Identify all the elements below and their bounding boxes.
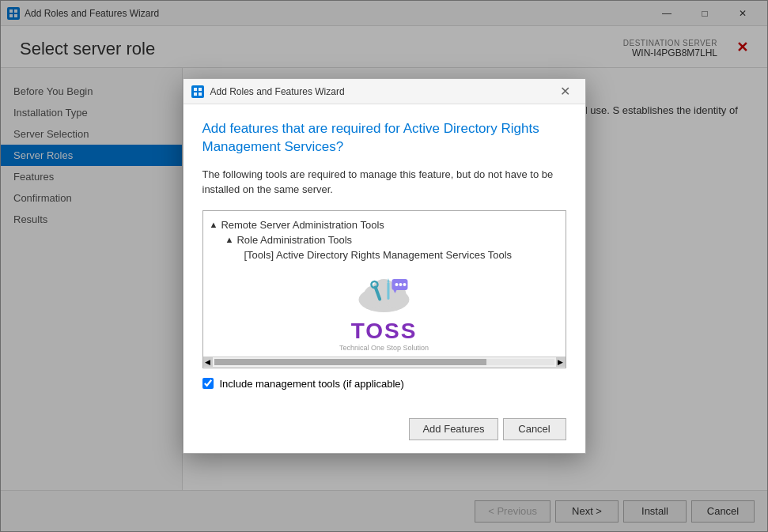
tree-label-2: [Tools] Active Directory Rights Manageme…: [244, 249, 513, 261]
svg-rect-4: [194, 88, 197, 91]
tree-item-2: [Tools] Active Directory Rights Manageme…: [206, 247, 562, 262]
svg-rect-14: [387, 282, 389, 300]
dialog: Add Roles and Features Wizard ✕ Add feat…: [183, 78, 586, 453]
scroll-right-btn[interactable]: ▶: [556, 357, 566, 367]
tree-arrow-0: ▲: [210, 220, 218, 229]
dialog-heading: Add features that are required for Activ…: [202, 120, 566, 155]
toss-watermark: TOSS Technical One Stop Solution: [339, 268, 429, 352]
svg-point-18: [395, 283, 398, 286]
tree-item-1: ▲ Role Administration Tools: [206, 232, 562, 247]
svg-rect-5: [199, 88, 202, 91]
toss-brand-subtitle: Technical One Stop Solution: [339, 344, 429, 352]
dialog-icon: [191, 85, 204, 98]
tree-label-1: Role Administration Tools: [236, 234, 352, 246]
dialog-title: Add Roles and Features Wizard: [210, 86, 554, 97]
features-tree[interactable]: ▲ Remote Server Administration Tools ▲ R…: [202, 210, 566, 368]
dialog-cancel-button[interactable]: Cancel: [503, 418, 566, 440]
dialog-close-button[interactable]: ✕: [554, 81, 577, 103]
dialog-body: Add features that are required for Activ…: [183, 104, 585, 417]
scroll-left-btn[interactable]: ◀: [203, 357, 213, 367]
horizontal-scrollbar[interactable]: ◀ ▶: [203, 357, 566, 368]
main-window: Add Roles and Features Wizard — □ ✕ Sele…: [0, 0, 768, 532]
dialog-footer: Add Features Cancel: [183, 418, 585, 453]
include-tools-label[interactable]: Include management tools (if applicable): [220, 378, 404, 390]
toss-brand-name: TOSS: [339, 319, 429, 344]
svg-rect-7: [199, 92, 202, 96]
toss-logo-image: [352, 268, 415, 315]
include-tools-checkbox[interactable]: [202, 378, 214, 389]
scroll-thumb: [214, 359, 486, 365]
tree-item-0: ▲ Remote Server Administration Tools: [206, 217, 562, 232]
modal-overlay: Add Roles and Features Wizard ✕ Add feat…: [0, 0, 768, 532]
add-features-button[interactable]: Add Features: [409, 418, 497, 440]
tree-label-0: Remote Server Administration Tools: [221, 219, 384, 231]
include-tools-row: Include management tools (if applicable): [202, 378, 566, 390]
tree-arrow-1: ▲: [225, 235, 234, 244]
dialog-description: The following tools are required to mana…: [202, 167, 566, 198]
svg-point-19: [399, 283, 402, 286]
svg-point-20: [403, 283, 406, 286]
dialog-title-bar: Add Roles and Features Wizard ✕: [183, 79, 585, 104]
scroll-track: [214, 359, 554, 365]
svg-rect-6: [194, 92, 197, 96]
